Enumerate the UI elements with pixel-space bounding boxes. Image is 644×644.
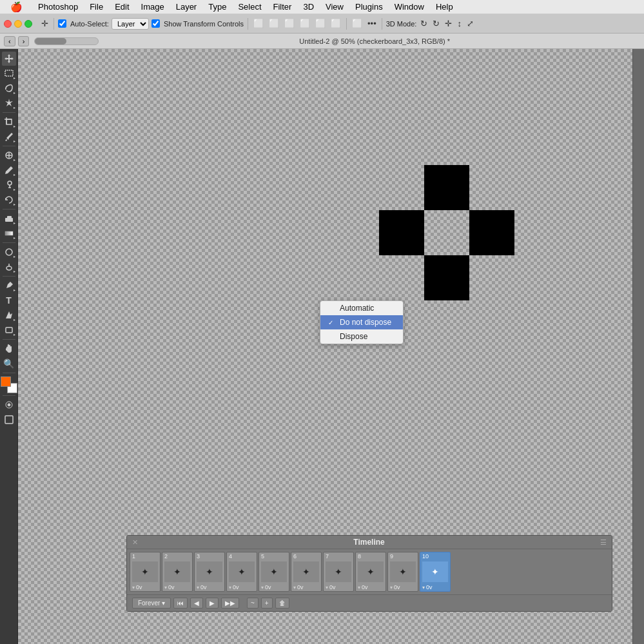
- timeline-next-frame[interactable]: ▶▶: [221, 598, 239, 609]
- timeline-tween[interactable]: ~: [247, 598, 259, 609]
- timeline-delete-frame[interactable]: 🗑: [275, 598, 289, 609]
- menu-file[interactable]: File: [84, 1, 108, 13]
- 3d-orbit-icon[interactable]: ↻: [419, 17, 429, 30]
- timeline-title: Timeline: [353, 538, 384, 547]
- timeline-frame-3[interactable]: 3 ✦ ▾0v: [194, 552, 225, 592]
- auto-select-checkbox[interactable]: [58, 19, 66, 28]
- hand-tool[interactable]: [2, 342, 16, 356]
- menu-photoshop[interactable]: Photoshop: [33, 1, 83, 13]
- dispose-automatic[interactable]: Automatic: [320, 301, 403, 315]
- gradient-tool[interactable]: ▸: [2, 226, 16, 240]
- distribute-icon[interactable]: ⬜: [351, 17, 364, 30]
- menu-layer[interactable]: Layer: [171, 1, 202, 13]
- 3d-mode-label: 3D Mode:: [386, 20, 417, 28]
- timeline-close-icon[interactable]: ✕: [132, 538, 138, 547]
- timeline-frame-2[interactable]: 2 ✦ ▾0v: [162, 552, 193, 592]
- window-minimize[interactable]: [14, 20, 22, 28]
- canvas-area: ✕ Timeline ☰ 1 ✦ ▾0v 2 ✦ ▾0v: [18, 49, 632, 644]
- 3d-slide-icon[interactable]: ↕: [456, 17, 463, 30]
- svg-point-14: [6, 249, 12, 255]
- timeline-frames: 1 ✦ ▾0v 2 ✦ ▾0v 3 ✦ ▾0v 4: [127, 549, 612, 594]
- timeline-frame-10[interactable]: 10 ✦ ▾0v: [420, 552, 451, 592]
- menu-3d[interactable]: 3D: [298, 1, 319, 13]
- quick-mask-tool[interactable]: [2, 398, 16, 412]
- move-tool[interactable]: [2, 52, 16, 66]
- menu-view[interactable]: View: [320, 1, 349, 13]
- window-maximize[interactable]: [24, 20, 32, 28]
- window-close[interactable]: [4, 20, 12, 28]
- spot-heal-tool[interactable]: ▸: [2, 148, 16, 162]
- screen-mode-tool[interactable]: [2, 413, 16, 427]
- path-select-tool[interactable]: ▸: [2, 308, 16, 322]
- clone-stamp-tool[interactable]: ▸: [2, 178, 16, 192]
- eyedropper-tool[interactable]: ▸: [2, 130, 16, 144]
- 3d-scale-icon[interactable]: ⤢: [465, 17, 475, 30]
- timeline-frame-1[interactable]: 1 ✦ ▾0v: [130, 552, 161, 592]
- move-tool-icon[interactable]: ✛: [40, 17, 50, 30]
- apple-menu[interactable]: 🍎: [5, 0, 28, 14]
- nav-forward-button[interactable]: ›: [18, 36, 30, 46]
- dispose-do-not-dispose[interactable]: ✓ Do not dispose: [320, 315, 403, 329]
- menu-edit[interactable]: Edit: [110, 1, 134, 13]
- navbar: ‹ › Untitled-2 @ 50% (checkerboard_3x3, …: [0, 34, 644, 49]
- blur-tool[interactable]: ▸: [2, 245, 16, 259]
- zoom-tool[interactable]: 🔍: [2, 356, 16, 371]
- timeline-first-frame[interactable]: ⏮: [173, 598, 188, 609]
- menu-help[interactable]: Help: [431, 1, 458, 13]
- timeline-loop-select[interactable]: Forever ▾: [132, 598, 171, 609]
- main-area: ▸ ▸ ▸ ▸ ▸ ▸ ▸ ▸: [0, 49, 644, 644]
- more-options-icon[interactable]: •••: [366, 17, 378, 30]
- crop-tool[interactable]: ▸: [2, 115, 16, 129]
- timeline-frame-9[interactable]: 9 ✦ ▾0v: [387, 552, 418, 592]
- dispose-dispose-label: Dispose: [340, 332, 367, 341]
- timeline-frame-7[interactable]: 7 ✦ ▾0v: [323, 552, 354, 592]
- timeline-frame-4[interactable]: 4 ✦ ▾0v: [226, 552, 257, 592]
- timeline-prev-frame[interactable]: ◀: [190, 598, 203, 609]
- timeline-frame-6[interactable]: 6 ✦ ▾0v: [291, 552, 322, 592]
- timeline-play[interactable]: ▶: [206, 598, 219, 609]
- menu-window[interactable]: Window: [389, 1, 429, 13]
- timeline-menu-icon[interactable]: ☰: [600, 538, 607, 547]
- text-tool[interactable]: T: [2, 293, 16, 307]
- timeline-new-frame[interactable]: +: [261, 598, 273, 609]
- align-top-icon[interactable]: ⬜: [298, 17, 311, 30]
- timeline-frame-8[interactable]: 8 ✦ ▾0v: [355, 552, 386, 592]
- timeline-frame-5[interactable]: 5 ✦ ▾0v: [259, 552, 289, 592]
- timeline-panel: ✕ Timeline ☰ 1 ✦ ▾0v 2 ✦ ▾0v: [126, 535, 612, 612]
- dispose-dispose[interactable]: Dispose: [320, 329, 403, 344]
- svg-rect-12: [7, 216, 12, 219]
- magic-wand-tool[interactable]: ▸: [2, 96, 16, 110]
- menu-select[interactable]: Select: [233, 1, 266, 13]
- color-swatches[interactable]: [1, 376, 17, 393]
- svg-marker-1: [5, 99, 13, 106]
- align-left-icon[interactable]: ⬜: [252, 17, 265, 30]
- timeline-controls: Forever ▾ ⏮ ◀ ▶ ▶▶ ~ + 🗑: [127, 594, 612, 611]
- align-bottom-icon[interactable]: ⬜: [329, 17, 342, 30]
- toolbox: ▸ ▸ ▸ ▸ ▸ ▸ ▸ ▸: [0, 49, 18, 644]
- 3d-roll-icon[interactable]: ↻: [431, 17, 441, 30]
- svg-point-19: [8, 404, 10, 406]
- align-right-icon[interactable]: ⬜: [283, 17, 296, 30]
- svg-rect-0: [5, 70, 13, 76]
- pen-tool[interactable]: ▸: [2, 278, 16, 293]
- menu-filter[interactable]: Filter: [268, 1, 297, 13]
- history-brush-tool[interactable]: ▸: [2, 193, 16, 207]
- align-center-h-icon[interactable]: ⬜: [268, 17, 280, 30]
- 3d-pan-icon[interactable]: ✛: [444, 17, 453, 30]
- brush-tool[interactable]: ▸: [2, 163, 16, 177]
- nav-back-button[interactable]: ‹: [4, 36, 15, 46]
- lasso-tool[interactable]: ▸: [2, 81, 16, 95]
- menu-image[interactable]: Image: [136, 1, 170, 13]
- shape-tool[interactable]: ▸: [2, 323, 16, 337]
- dodge-tool[interactable]: ▸: [2, 260, 16, 274]
- align-center-v-icon[interactable]: ⬜: [314, 17, 327, 30]
- menu-plugins[interactable]: Plugins: [350, 1, 388, 13]
- layer-select-dropdown[interactable]: Layer: [112, 18, 149, 30]
- show-transform-checkbox[interactable]: [151, 19, 160, 28]
- menu-type[interactable]: Type: [203, 1, 231, 13]
- foreground-color[interactable]: [1, 376, 11, 387]
- rect-marquee-tool[interactable]: ▸: [2, 66, 16, 81]
- eraser-tool[interactable]: ▸: [2, 211, 16, 226]
- dispose-dropdown: Automatic ✓ Do not dispose Dispose: [320, 300, 404, 344]
- svg-rect-17: [6, 327, 12, 333]
